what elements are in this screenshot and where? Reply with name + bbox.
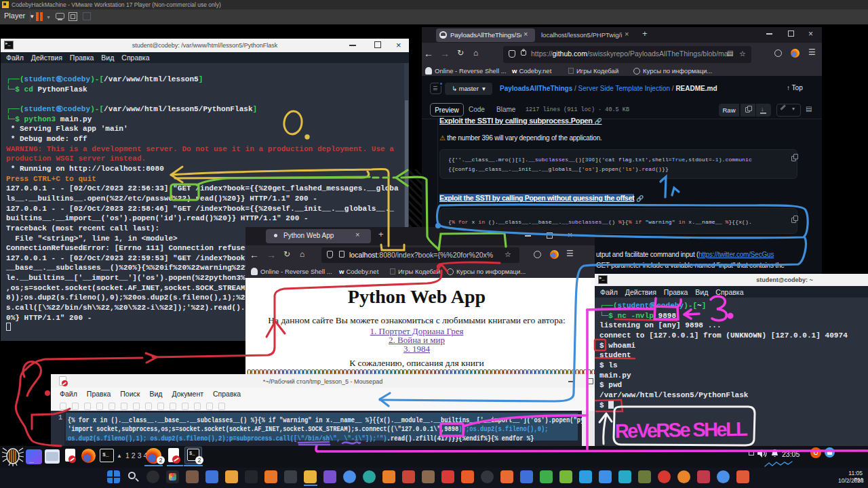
svg-text:ReVeRSe SHeLL: ReVeRSe SHeLL <box>615 418 749 442</box>
